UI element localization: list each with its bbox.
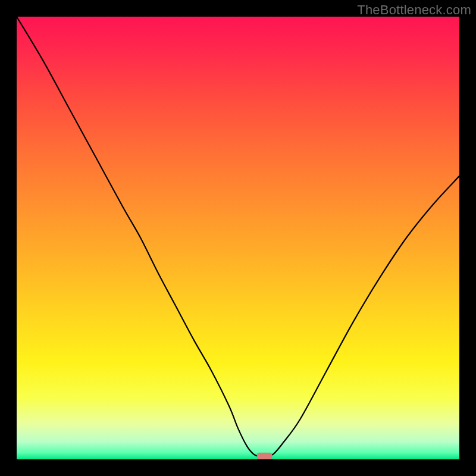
chart-stage: TheBottleneck.com bbox=[0, 0, 476, 476]
gradient-background bbox=[17, 17, 459, 459]
chart-svg bbox=[17, 17, 459, 459]
watermark-text: TheBottleneck.com bbox=[357, 2, 471, 18]
plot-area bbox=[17, 17, 459, 459]
optimal-point-marker bbox=[257, 453, 272, 459]
